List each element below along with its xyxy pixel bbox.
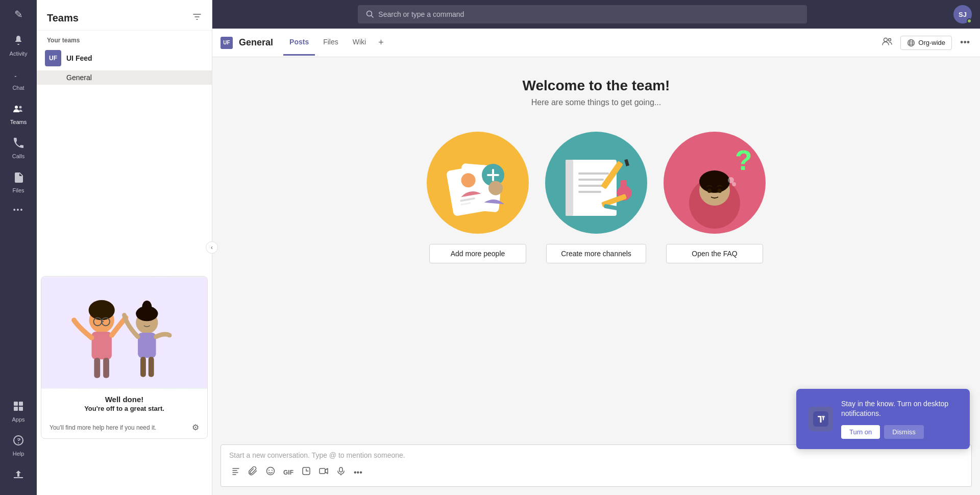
tab-wiki[interactable]: Wiki <box>347 30 372 56</box>
org-wide-button[interactable]: Org-wide <box>900 36 952 50</box>
add-tab-button[interactable]: + <box>374 33 388 52</box>
calls-label: Calls <box>12 153 24 159</box>
org-wide-label: Org-wide <box>918 39 945 46</box>
help-card-title: Well done! <box>50 395 199 404</box>
chat-label: Chat <box>12 85 24 91</box>
dismiss-button[interactable]: Dismiss <box>884 425 924 439</box>
message-toolbar: GIF <box>229 464 963 480</box>
channel-header-right: Org-wide ••• <box>880 34 972 51</box>
channel-header: UF General Posts Files Wiki + <box>212 29 980 57</box>
help-card-settings-button[interactable]: ⚙ <box>192 423 199 432</box>
welcome-subtitle: Here are some things to get going... <box>531 98 661 107</box>
sticker-button[interactable] <box>300 464 313 480</box>
tab-posts[interactable]: Posts <box>283 30 315 56</box>
sidebar-item-activity[interactable]: Activity <box>0 29 37 63</box>
apps-icon <box>13 401 24 414</box>
message-input-placeholder[interactable]: Start a new conversation. Type @ to ment… <box>229 451 963 459</box>
members-button[interactable] <box>880 34 894 51</box>
upload-icon <box>13 469 24 483</box>
filter-button[interactable] <box>190 10 204 26</box>
your-teams-label: Your teams <box>37 31 212 46</box>
action-card-create-channels: Create more channels <box>545 132 647 263</box>
notification-content: Stay in the know. Turn on desktop notifi… <box>841 399 958 439</box>
emoji-button[interactable] <box>264 464 277 480</box>
sidebar-item-teams[interactable]: Teams <box>0 97 37 131</box>
turn-on-button[interactable]: Turn on <box>841 425 880 439</box>
files-label: Files <box>12 187 24 193</box>
upload-button[interactable] <box>9 463 28 489</box>
channel-team-avatar: UF <box>220 37 233 49</box>
svg-rect-65 <box>823 416 824 420</box>
activity-icon <box>13 35 24 48</box>
tab-files[interactable]: Files <box>317 30 345 56</box>
notification-text: Stay in the know. Turn on desktop notifi… <box>841 399 958 419</box>
svg-rect-22 <box>149 357 154 377</box>
svg-rect-58 <box>339 467 342 472</box>
channel-name-general: General <box>66 73 92 82</box>
sidebar-title: Teams <box>47 12 79 24</box>
channel-item-general[interactable]: General <box>37 70 212 85</box>
notification-actions: Turn on Dismiss <box>841 425 958 439</box>
svg-rect-21 <box>140 357 146 377</box>
more-tools-button[interactable]: ••• <box>352 466 364 479</box>
channel-tabs: UF General Posts Files Wiki + <box>220 30 880 56</box>
files-icon <box>13 171 24 185</box>
sidebar: Teams Your teams UF UI Feed ••• General <box>37 0 212 495</box>
sidebar-item-apps[interactable]: Apps <box>0 394 37 429</box>
help-card-text: Well done! You're off to a great start. <box>41 389 207 418</box>
sidebar-item-files[interactable]: Files <box>0 165 37 200</box>
add-people-button[interactable]: Add more people <box>429 244 526 263</box>
notification-popup: Stay in the know. Turn on desktop notifi… <box>796 389 970 449</box>
sidebar-item-calls[interactable]: Calls <box>0 131 37 165</box>
svg-point-0 <box>15 106 18 109</box>
svg-rect-3 <box>19 402 23 406</box>
notification-icon <box>808 407 833 431</box>
svg-rect-5 <box>19 407 23 411</box>
user-avatar[interactable]: SJ <box>953 5 972 23</box>
open-faq-button[interactable]: Open the FAQ <box>666 244 763 263</box>
svg-rect-14 <box>103 358 109 378</box>
help-card-footer: You'll find more help here if you need i… <box>41 418 207 438</box>
channel-more-button[interactable]: ••• <box>958 35 972 50</box>
svg-point-54 <box>268 470 270 471</box>
sidebar-item-help[interactable]: Help <box>0 429 37 463</box>
svg-rect-20 <box>138 333 156 358</box>
compose-button[interactable]: ✎ <box>6 0 31 29</box>
action-cards-row: Add more people <box>427 132 766 263</box>
teams-icon <box>13 103 24 117</box>
help-card-illustration <box>41 277 207 389</box>
help-card-footer-text: You'll find more help here if you need i… <box>50 424 156 431</box>
svg-point-55 <box>272 470 273 471</box>
svg-text:?: ? <box>735 144 752 176</box>
svg-point-11 <box>89 300 115 320</box>
svg-point-19 <box>142 301 152 315</box>
svg-rect-37 <box>578 172 609 175</box>
online-indicator <box>967 18 972 23</box>
svg-point-51 <box>728 177 734 183</box>
format-button[interactable] <box>229 464 242 480</box>
welcome-title: Welcome to the team! <box>523 78 670 94</box>
audio-button[interactable] <box>334 464 348 480</box>
more-icon: ••• <box>13 206 24 214</box>
team-name-ui-feed: UI Feed <box>66 54 184 62</box>
create-channels-button[interactable]: Create more channels <box>546 244 646 263</box>
svg-point-48 <box>707 189 712 193</box>
team-item-ui-feed[interactable]: UF UI Feed ••• <box>37 46 212 70</box>
svg-rect-12 <box>91 332 111 359</box>
sidebar-item-chat[interactable]: Chat <box>0 63 37 97</box>
svg-point-53 <box>267 467 275 475</box>
sidebar-item-more[interactable]: ••• <box>0 200 37 220</box>
attach-button[interactable] <box>247 464 260 480</box>
svg-rect-8 <box>14 477 23 478</box>
gif-button[interactable]: GIF <box>281 467 296 478</box>
svg-rect-9 <box>41 278 207 388</box>
search-bar[interactable]: Search or type a command <box>358 5 807 23</box>
illustration-add-people <box>427 132 529 234</box>
illustration-faq: ? <box>664 132 766 234</box>
team-avatar-ui-feed: UF <box>45 50 61 66</box>
svg-rect-40 <box>578 191 601 193</box>
sidebar-collapse-button[interactable]: ‹ <box>206 241 218 254</box>
svg-rect-42 <box>621 180 627 189</box>
sidebar-header: Teams <box>37 0 212 31</box>
video-button[interactable] <box>317 464 330 480</box>
